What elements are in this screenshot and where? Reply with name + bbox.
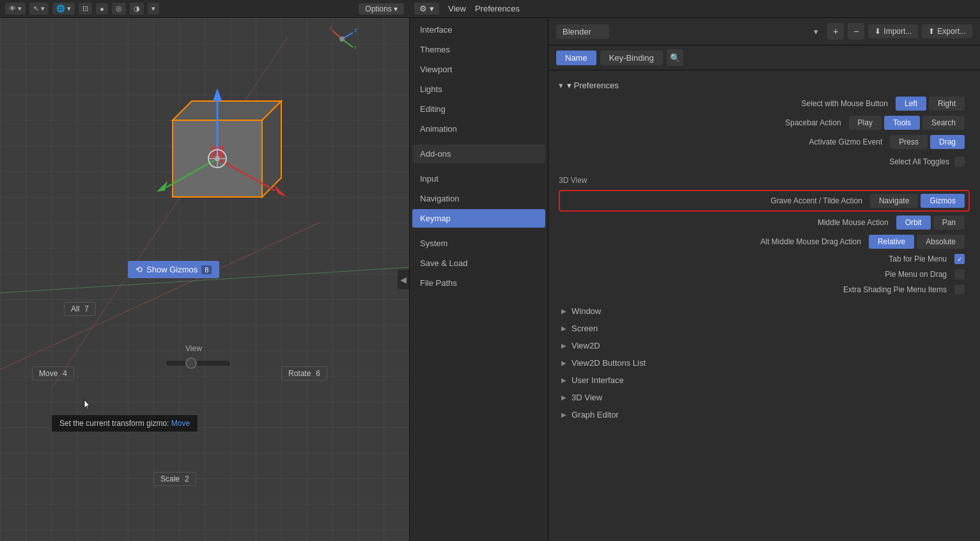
tools-button[interactable]: Tools xyxy=(884,116,920,130)
import-button[interactable]: ⬇ Import... xyxy=(868,24,918,38)
move-shortcut: 4 xyxy=(63,369,67,378)
rotate-button[interactable]: Rotate 6 xyxy=(281,366,327,380)
arrow-icon: ▶ xyxy=(561,342,566,349)
play-button[interactable]: Play xyxy=(849,116,882,130)
collapsible-screen[interactable]: ▶ Screen xyxy=(559,320,970,337)
viewport-tool-1[interactable]: 👁 ▾ xyxy=(5,3,26,15)
left-button[interactable]: Left xyxy=(896,97,926,111)
tooltip-prefix: Set the current transform gizmo: xyxy=(59,419,169,428)
viewport-tool-3[interactable]: 🌐 ▾ xyxy=(52,3,75,15)
export-button[interactable]: ⬆ Export... xyxy=(922,24,972,38)
orbit-button[interactable]: Orbit xyxy=(896,216,931,230)
sidebar-item-keymap[interactable]: Keymap xyxy=(412,209,545,228)
preferences-menu[interactable]: Preferences xyxy=(475,4,520,13)
select-mouse-row: Select with Mouse Button Left Right xyxy=(559,97,970,111)
alt-middle-controls: Relative Absolute xyxy=(869,235,965,249)
tab-pie-checkbox[interactable]: ✓ xyxy=(954,254,965,264)
tab-name[interactable]: Name xyxy=(556,51,596,65)
viewport[interactable]: Z X Y ⟲ Show Gizmos 8 All 7 View xyxy=(0,18,409,541)
select-all-checkbox[interactable] xyxy=(954,157,965,167)
collapsible-3d-view[interactable]: ▶ 3D View xyxy=(559,389,970,406)
collapse-icon: ▾ xyxy=(559,81,563,90)
collapsible-view2d[interactable]: ▶ View2D xyxy=(559,337,970,354)
sidebar-item-save-load[interactable]: Save & Load xyxy=(412,254,545,272)
scale-shortcut: 2 xyxy=(185,474,189,483)
prefs-section-header: ▾ ▾ Preferences xyxy=(559,81,970,90)
extra-shading-label: Extra Shading Pie Menu Items xyxy=(564,285,954,294)
sidebar-item-themes[interactable]: Themes xyxy=(412,40,545,59)
show-gizmos-button[interactable]: ⟲ Show Gizmos 8 xyxy=(128,261,219,278)
add-preset-button[interactable]: + xyxy=(827,23,844,40)
right-button[interactable]: Right xyxy=(929,97,965,111)
activate-gizmo-row: Activate Gizmo Event Press Drag xyxy=(559,135,970,149)
scale-button[interactable]: Scale 2 xyxy=(153,472,196,486)
tooltip-value: Move xyxy=(171,419,190,428)
rotate-shortcut: 6 xyxy=(316,369,320,378)
viewport-tool-6[interactable]: ◎ xyxy=(112,3,126,15)
sidebar-item-editing[interactable]: Editing xyxy=(412,100,545,118)
import-label: Import... xyxy=(883,27,912,36)
arrow-icon: ▶ xyxy=(561,325,566,332)
screen-label: Screen xyxy=(572,324,598,333)
middle-mouse-row: Middle Mouse Action Orbit Pan xyxy=(559,216,970,230)
gizmos-button[interactable]: Gizmos xyxy=(921,194,965,208)
viewport-tool-4[interactable]: ⊡ xyxy=(79,3,92,15)
viewport-tool-5[interactable]: ● xyxy=(96,3,108,15)
collapsible-view2d-buttons[interactable]: ▶ View2D Buttons List xyxy=(559,354,970,372)
3d-view-collapsible-label: 3D View xyxy=(572,393,602,402)
preset-dropdown[interactable]: Blender xyxy=(556,24,609,39)
relative-button[interactable]: Relative xyxy=(869,235,914,249)
sidebar-item-animation[interactable]: Animation xyxy=(412,120,545,138)
grave-controls: Navigate Gizmos xyxy=(870,194,965,208)
press-button[interactable]: Press xyxy=(890,135,928,149)
extra-shading-row: Extra Shading Pie Menu Items xyxy=(559,285,970,295)
collapse-arrow[interactable]: ◀ xyxy=(398,270,409,290)
cube-svg xyxy=(147,69,313,216)
sidebar-item-file-paths[interactable]: File Paths xyxy=(412,274,545,292)
select-all-label: Select All Toggles xyxy=(889,157,949,166)
extra-shading-checkbox[interactable] xyxy=(954,285,965,295)
sidebar-item-interface[interactable]: Interface xyxy=(412,20,545,39)
viewport-tool-2[interactable]: ↖ ▾ xyxy=(29,3,49,15)
sidebar-item-system[interactable]: System xyxy=(412,234,545,253)
absolute-button[interactable]: Absolute xyxy=(917,235,965,249)
prefs-content: ▾ ▾ Preferences Select with Mouse Button… xyxy=(548,70,980,541)
view-slider[interactable] xyxy=(166,357,230,370)
prefs-topbar: ⚙ ▾ View Preferences xyxy=(409,3,980,15)
pan-button[interactable]: Pan xyxy=(933,216,965,230)
view-menu[interactable]: View xyxy=(448,4,466,13)
sidebar-nav: Interface Themes Viewport Lights Editing… xyxy=(409,18,548,541)
pie-drag-checkbox[interactable] xyxy=(954,269,965,279)
sidebar-item-addons[interactable]: Add-ons xyxy=(412,145,545,163)
move-button[interactable]: Move 4 xyxy=(32,366,74,380)
view2d-buttons-label: View2D Buttons List xyxy=(572,358,646,368)
viewport-tool-7[interactable]: ◑ xyxy=(130,3,144,15)
scale-label: Scale xyxy=(160,474,180,483)
sidebar-item-input[interactable]: Input xyxy=(412,169,545,188)
sidebar-item-viewport[interactable]: Viewport xyxy=(412,60,545,79)
tab-keybinding[interactable]: Key-Binding xyxy=(600,51,663,65)
drag-button[interactable]: Drag xyxy=(930,135,965,149)
gear-menu[interactable]: ⚙ ▾ xyxy=(414,3,439,15)
viewport-tool-8[interactable]: ▾ xyxy=(148,3,159,15)
export-icon: ⬆ xyxy=(928,27,935,36)
grave-accent-row: Grave Accent / Tilde Action Navigate Giz… xyxy=(559,190,970,212)
collapsible-graph-editor[interactable]: ▶ Graph Editor xyxy=(559,406,970,423)
prefs-section-label: ▾ Preferences xyxy=(567,81,619,90)
slider-thumb[interactable] xyxy=(185,357,197,369)
collapsible-user-interface[interactable]: ▶ User Interface xyxy=(559,372,970,389)
options-button[interactable]: Options ▾ xyxy=(359,3,404,15)
collapsible-window[interactable]: ▶ Window xyxy=(559,302,970,320)
arrow-icon: ▶ xyxy=(561,377,566,384)
tab-pie-label: Tab for Pie Menu xyxy=(564,255,954,263)
arrow-icon: ▶ xyxy=(561,359,566,366)
sidebar-item-navigation[interactable]: Navigation xyxy=(412,189,545,208)
navigate-button[interactable]: Navigate xyxy=(870,194,918,208)
sidebar-item-lights[interactable]: Lights xyxy=(412,80,545,98)
3d-view-section: 3D View Grave Accent / Tilde Action Navi… xyxy=(559,176,970,295)
search-action-button[interactable]: Search xyxy=(922,116,965,130)
top-bar: 👁 ▾ ↖ ▾ 🌐 ▾ ⊡ ● ◎ ◑ ▾ Options ▾ ⚙ ▾ View… xyxy=(0,0,980,18)
all-button[interactable]: All 7 xyxy=(64,302,96,316)
remove-preset-button[interactable]: − xyxy=(848,23,864,40)
search-button[interactable]: 🔍 xyxy=(667,49,683,66)
